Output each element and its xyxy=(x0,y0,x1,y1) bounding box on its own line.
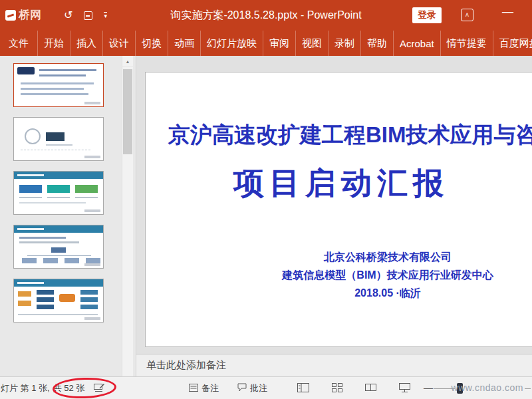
thumb-art-shape xyxy=(59,294,75,302)
notes-toggle-label: 备注 xyxy=(201,382,219,394)
slide-thumbnail-1[interactable] xyxy=(13,63,104,107)
slide-thumbnail-3[interactable] xyxy=(13,171,104,215)
tab-design[interactable]: 设计 xyxy=(103,31,136,56)
tab-acrobat[interactable]: Acrobat xyxy=(394,31,441,56)
thumb-art-shape xyxy=(46,132,65,141)
slide-canvas[interactable]: 京沪高速改扩建工程BIM技术应用与咨 项目启动汇报 北京公科桥梁技术有限公司 建… xyxy=(145,72,532,347)
ribbon-display-options-icon[interactable]: ˄ xyxy=(461,9,473,21)
thumb-art-shape xyxy=(37,305,54,309)
window-title: 询实施方案-2018.5.28.pptx - PowerPoint xyxy=(170,9,361,23)
title-bar: 桥网 ↺ ▾ 询实施方案-2018.5.28.pptx - PowerPoint… xyxy=(0,0,532,31)
ribbon-tab-bar: 文件 开始 插入 设计 切换 动画 幻灯片放映 审阅 视图 录制 帮助 Acro… xyxy=(0,31,532,56)
thumb-art-shape xyxy=(21,150,90,150)
thumb-art-shape xyxy=(80,305,98,309)
thumb-logo-mark xyxy=(84,156,100,158)
tab-storyboard[interactable]: 情节提要 xyxy=(441,31,493,56)
tab-help[interactable]: 帮助 xyxy=(361,31,394,56)
thumb-art-shape xyxy=(65,258,79,263)
thumb-art-shape xyxy=(75,185,98,193)
slide-thumbnail-5[interactable] xyxy=(13,279,104,323)
slide-sorter-view-icon[interactable] xyxy=(332,383,342,394)
thumb-art-shape xyxy=(39,69,96,71)
zoom-out-icon[interactable]: — xyxy=(424,382,433,393)
thumb-art-shape xyxy=(19,202,86,203)
slide-subtitle-block[interactable]: 北京公科桥梁技术有限公司 建筑信息模型（BIM）技术应用行业研发中心 2018.… xyxy=(146,248,532,302)
thumb-art-shape xyxy=(17,174,44,176)
zoom-slider-track-end[interactable] xyxy=(525,388,531,389)
scrollbar-thumb[interactable] xyxy=(123,69,132,154)
org-line3: 2018.05 ·临沂 xyxy=(146,284,532,302)
thumb-art-shape xyxy=(19,197,42,198)
tab-file[interactable]: 文件 xyxy=(0,31,38,56)
thumbnail-scrollbar[interactable]: ▲ xyxy=(122,56,133,376)
thumb-art-shape xyxy=(19,185,42,193)
slide-counter-total: 共 52 张 xyxy=(53,382,85,394)
scroll-up-icon[interactable]: ▲ xyxy=(122,56,133,67)
slide-title-line1[interactable]: 京沪高速改扩建工程BIM技术应用与咨 xyxy=(168,120,532,150)
thumb-logo-mark xyxy=(84,209,100,212)
tab-view[interactable]: 视图 xyxy=(296,31,329,56)
thumb-art-shape xyxy=(19,237,66,239)
thumb-logo-mark xyxy=(84,102,100,104)
thumb-art-shape xyxy=(47,185,70,193)
tab-insert[interactable]: 插入 xyxy=(70,31,103,56)
thumb-art-shape xyxy=(75,197,98,198)
thumb-art-shape xyxy=(18,314,98,315)
tab-transitions[interactable]: 切换 xyxy=(136,31,168,56)
tab-home[interactable]: 开始 xyxy=(38,31,70,56)
undo-icon[interactable]: ↺ xyxy=(64,10,72,21)
comments-toggle-button[interactable]: 批注 xyxy=(237,382,267,394)
thumb-art-shape xyxy=(27,255,91,256)
notes-placeholder[interactable]: 单击此处添加备注 xyxy=(146,359,226,372)
thumb-art-shape xyxy=(21,93,88,95)
tab-baidu-netdisk[interactable]: 百度网盘 xyxy=(493,31,532,56)
thumb-art-shape xyxy=(80,297,98,302)
slideshow-view-icon[interactable] xyxy=(399,383,410,394)
thumb-art-shape xyxy=(21,88,84,90)
comment-bubble-icon xyxy=(237,383,247,394)
watermark-site-text: www.cndao.com xyxy=(452,382,523,393)
thumb-art-shape xyxy=(22,258,37,263)
minimize-icon[interactable]: — xyxy=(502,5,513,19)
tab-record[interactable]: 录制 xyxy=(329,31,361,56)
thumb-art-shape xyxy=(37,290,54,295)
thumb-art-shape xyxy=(47,197,70,198)
notes-toggle-button[interactable]: 备注 xyxy=(189,382,219,394)
reading-view-icon[interactable] xyxy=(365,383,376,394)
login-button[interactable]: 登录 xyxy=(412,7,442,23)
bridge-logo-icon xyxy=(5,10,16,21)
thumb-art-shape xyxy=(37,297,54,302)
notes-icon xyxy=(189,384,198,394)
comments-toggle-label: 批注 xyxy=(250,382,267,394)
thumb-art-shape xyxy=(21,82,94,84)
thumb-logo-mark xyxy=(84,263,100,266)
tab-slideshow[interactable]: 幻灯片放映 xyxy=(201,31,263,56)
thumb-logo-mark xyxy=(84,317,100,320)
thumb-art-shape xyxy=(39,74,86,76)
slide-counter-prefix: 灯片 第 1 张, xyxy=(1,382,50,394)
notes-pane[interactable]: 单击此处添加备注 xyxy=(136,354,532,376)
slide-editing-area: 京沪高速改扩建工程BIM技术应用与咨 项目启动汇报 北京公科桥梁技术有限公司 建… xyxy=(136,56,532,376)
thumb-art-shape xyxy=(46,144,72,146)
quick-access-toolbar: ↺ ▾ xyxy=(64,0,107,31)
slide-counter[interactable]: 灯片 第 1 张, 共 52 张 xyxy=(1,382,84,394)
thumb-art-shape xyxy=(18,291,31,297)
normal-view-icon[interactable] xyxy=(297,383,309,394)
slide-thumbnail-panel: ▲ xyxy=(0,56,136,376)
tab-animations[interactable]: 动画 xyxy=(168,31,201,56)
thumb-art-shape xyxy=(19,241,79,243)
thumb-art-shape xyxy=(80,290,98,295)
spell-check-icon[interactable] xyxy=(94,383,105,394)
slide-thumbnail-4[interactable] xyxy=(13,225,104,269)
tab-review[interactable]: 审阅 xyxy=(263,31,296,56)
slide-thumbnail-2[interactable] xyxy=(13,117,104,161)
thumb-art-shape xyxy=(18,301,31,306)
slide-title-line2[interactable]: 项目启动汇报 xyxy=(233,163,449,204)
customize-quick-access-icon[interactable]: ▾ xyxy=(104,12,107,19)
thumb-art-shape xyxy=(25,128,41,144)
thumb-art-shape xyxy=(86,258,100,263)
thumb-art-shape xyxy=(17,228,44,230)
powerpoint-window: 桥网 ↺ ▾ 询实施方案-2018.5.28.pptx - PowerPoint… xyxy=(0,0,532,399)
org-line1: 北京公科桥梁技术有限公司 xyxy=(146,248,532,266)
touch-mode-icon[interactable] xyxy=(84,11,92,20)
